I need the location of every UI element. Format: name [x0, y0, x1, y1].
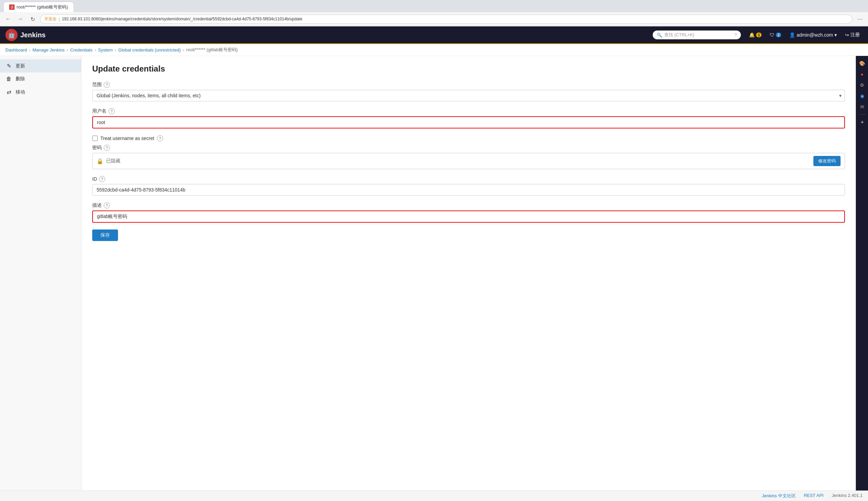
jenkins-logo-text: Jenkins — [20, 31, 45, 39]
breadcrumb-manage-jenkins[interactable]: Manage Jenkins — [33, 47, 65, 53]
username-input[interactable] — [92, 116, 845, 128]
sidebar: ✎ 更新 🗑 删除 ⇄ 移动 — [0, 56, 81, 490]
inner-layout: ✎ 更新 🗑 删除 ⇄ 移动 Update credentials 范围 ? — [0, 56, 868, 490]
register-button[interactable]: ↪ 注册 — [842, 31, 862, 39]
sidebar-update-label: 更新 — [15, 63, 25, 69]
footer: Jenkins 中文社区 REST API Jenkins 2.401.1 — [0, 490, 868, 501]
jenkins-logo: 🤖 Jenkins — [6, 29, 45, 41]
id-section: ID ? — [92, 176, 845, 195]
forward-button[interactable]: → — [15, 14, 25, 24]
sidebar-item-delete[interactable]: 🗑 删除 — [0, 73, 81, 85]
password-help-icon[interactable]: ? — [104, 145, 110, 151]
id-label: ID ? — [92, 176, 845, 182]
right-panel-icon-4[interactable]: ✉ — [857, 102, 867, 111]
tab-title: root/****** (gitlab账号密码) — [17, 4, 68, 10]
username-label: 用户名 ? — [92, 108, 845, 114]
bell-badge: 1 — [756, 33, 762, 37]
breadcrumb-sep-1: › — [29, 47, 31, 53]
refresh-button[interactable]: ↻ — [28, 14, 37, 24]
user-label: admin@wzh.com — [796, 32, 833, 38]
breadcrumb-current: root/****** (gitlab账号密码) — [186, 47, 238, 53]
address-bar[interactable]: 不安全 | 192.168.93.101:8080/jenkins/manage… — [40, 14, 853, 24]
shield-badge: 2 — [776, 33, 781, 37]
breadcrumb-global-credentials[interactable]: Global credentials (unrestricted) — [118, 47, 181, 53]
right-panel-icon-2[interactable]: ⚙ — [857, 80, 867, 90]
search-placeholder: 查找 (CTRL+K) — [664, 32, 694, 38]
jenkins-logo-icon: 🤖 — [6, 29, 18, 41]
breadcrumb-credentials[interactable]: Credentials — [70, 47, 93, 53]
content-area: Update credentials 范围 ? Global (Jenkins,… — [81, 56, 856, 490]
header-search[interactable]: 🔍 查找 (CTRL+K) ? — [653, 31, 741, 39]
browser-toolbar: ← → ↻ 不安全 | 192.168.93.101:8080/jenkins/… — [0, 12, 868, 26]
breadcrumb-sep-2: › — [67, 47, 68, 53]
treat-username-secret-checkbox[interactable] — [92, 136, 98, 141]
breadcrumb-sep-4: › — [115, 47, 116, 53]
url-text: 192.168.93.101:8080/jenkins/manage/crede… — [62, 17, 302, 21]
page-title: Update credentials — [92, 64, 845, 74]
security-warning: 不安全 — [44, 16, 57, 22]
sidebar-item-update[interactable]: ✎ 更新 — [0, 59, 81, 73]
password-hidden-text: 已隐藏 — [106, 158, 811, 164]
password-field: 🔒 已隐藏 修改密码 — [92, 153, 845, 169]
description-help-icon[interactable]: ? — [104, 202, 110, 209]
more-button[interactable]: ⋯ — [855, 14, 865, 24]
user-menu-button[interactable]: 👤 admin@wzh.com ▾ — [787, 31, 839, 39]
lock-icon: 🔒 — [97, 158, 103, 164]
username-help-icon[interactable]: ? — [108, 108, 115, 114]
treat-username-secret-row: Treat username as secret ? — [92, 135, 845, 141]
right-panel-divider — [859, 114, 866, 115]
jenkins-header: 🤖 Jenkins 🔍 查找 (CTRL+K) ? 🔔 1 🛡 2 👤 admi… — [0, 26, 868, 44]
save-button[interactable]: 保存 — [92, 230, 118, 241]
description-label: 描述 ? — [92, 202, 845, 209]
scope-label: 范围 ? — [92, 82, 845, 88]
update-icon: ✎ — [6, 63, 12, 69]
password-section: 密码 ? 🔒 已隐藏 修改密码 — [92, 145, 845, 169]
register-label: 注册 — [850, 32, 860, 38]
password-label: 密码 ? — [92, 145, 845, 151]
tab-bar: J root/****** (gitlab账号密码) — [0, 0, 868, 12]
shield-button[interactable]: 🛡 2 — [767, 31, 784, 39]
description-section: 描述 ? — [92, 202, 845, 223]
footer-version: Jenkins 2.401.1 — [832, 493, 862, 499]
app-container: 🤖 Jenkins 🔍 查找 (CTRL+K) ? 🔔 1 🛡 2 👤 admi… — [0, 26, 868, 501]
back-button[interactable]: ← — [3, 14, 13, 24]
sidebar-move-label: 移动 — [15, 89, 25, 95]
scope-help-icon[interactable]: ? — [104, 82, 110, 88]
browser-tab[interactable]: J root/****** (gitlab账号密码) — [3, 2, 74, 12]
treat-username-secret-help-icon[interactable]: ? — [157, 135, 163, 141]
sidebar-item-move[interactable]: ⇄ 移动 — [0, 85, 81, 99]
delete-icon: 🗑 — [6, 76, 12, 82]
browser-chrome: J root/****** (gitlab账号密码) ← → ↻ 不安全 | 1… — [0, 0, 868, 26]
tab-favicon: J — [9, 4, 14, 10]
right-panel: 🎨 ● ⚙ ◉ ✉ ＋ — [856, 56, 868, 490]
change-password-button[interactable]: 修改密码 — [813, 156, 840, 166]
scope-select[interactable]: Global (Jenkins, nodes, items, all child… — [92, 90, 845, 102]
breadcrumb-sep-3: › — [95, 47, 96, 53]
id-input[interactable] — [92, 184, 845, 195]
help-circle: ? — [734, 33, 737, 37]
sidebar-delete-label: 删除 — [15, 76, 25, 82]
scope-section: 范围 ? Global (Jenkins, nodes, items, all … — [92, 82, 845, 102]
right-panel-icon-1[interactable]: ● — [857, 70, 867, 79]
description-input[interactable] — [92, 211, 845, 223]
right-panel-icon-0[interactable]: 🎨 — [857, 58, 867, 68]
breadcrumb-sep-5: › — [183, 47, 184, 53]
id-help-icon[interactable]: ? — [99, 176, 105, 182]
move-icon: ⇄ — [6, 89, 12, 95]
username-section: 用户名 ? — [92, 108, 845, 128]
search-icon: 🔍 — [657, 33, 662, 38]
right-panel-add-icon[interactable]: ＋ — [857, 117, 867, 127]
scope-select-wrapper: Global (Jenkins, nodes, items, all child… — [92, 90, 845, 102]
right-panel-icon-3[interactable]: ◉ — [857, 91, 867, 101]
notifications-button[interactable]: 🔔 1 — [746, 31, 764, 39]
footer-community-link[interactable]: Jenkins 中文社区 — [762, 493, 796, 499]
breadcrumb-system[interactable]: System — [98, 47, 113, 53]
breadcrumb-dashboard[interactable]: Dashboard — [6, 47, 27, 53]
treat-username-secret-label: Treat username as secret — [100, 136, 154, 141]
footer-rest-api-link[interactable]: REST API — [804, 493, 824, 499]
save-section: 保存 — [92, 230, 845, 241]
header-icons: 🔔 1 🛡 2 👤 admin@wzh.com ▾ ↪ 注册 — [746, 31, 862, 39]
breadcrumb: Dashboard › Manage Jenkins › Credentials… — [0, 44, 868, 56]
